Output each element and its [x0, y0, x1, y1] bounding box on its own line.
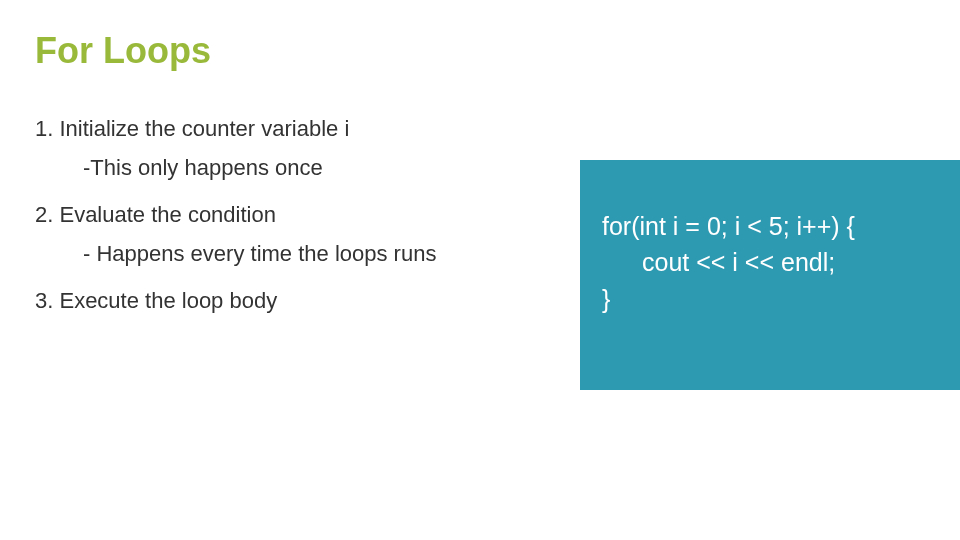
- code-box: for(int i = 0; i < 5; i++) { cout << i <…: [580, 160, 960, 390]
- code-line-1: for(int i = 0; i < 5; i++) {: [602, 208, 938, 244]
- slide: For Loops 1. Initialize the counter vari…: [0, 0, 960, 540]
- code-line-3: }: [602, 281, 938, 317]
- code-line-2: cout << i << endl;: [602, 244, 938, 280]
- step-1: 1. Initialize the counter variable i: [35, 112, 925, 145]
- slide-title: For Loops: [35, 30, 925, 72]
